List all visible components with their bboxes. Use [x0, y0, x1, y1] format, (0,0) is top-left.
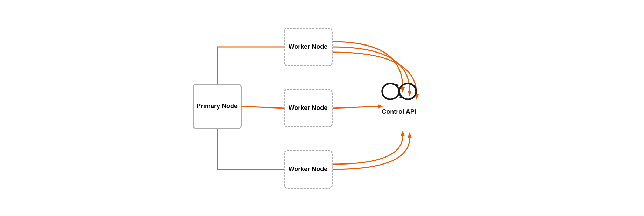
worker-mid-label: Worker Node [289, 104, 328, 112]
control-api: Control API [378, 78, 420, 116]
worker-node-mid: Worker Node [284, 89, 333, 127]
primary-node: Primary Node [193, 84, 242, 129]
svg-marker-7 [401, 131, 405, 136]
worker-node-top: Worker Node [284, 28, 333, 66]
architecture-diagram: Primary Node Worker Node Worker Node Wor… [165, 10, 480, 206]
svg-marker-8 [408, 132, 412, 138]
primary-node-label: Primary Node [197, 102, 238, 110]
infinity-icon [378, 78, 420, 106]
worker-bot-label: Worker Node [289, 165, 328, 173]
control-api-label: Control API [382, 108, 416, 116]
worker-node-bot: Worker Node [284, 150, 333, 189]
worker-top-label: Worker Node [289, 43, 328, 51]
